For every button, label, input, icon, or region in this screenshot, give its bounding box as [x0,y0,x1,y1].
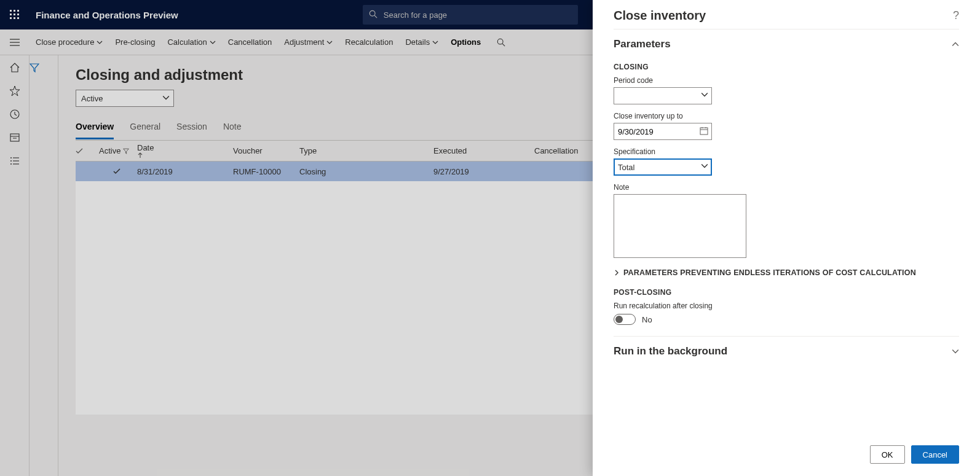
panel-title: Close inventory [614,9,706,23]
run-recalc-toggle[interactable] [614,314,636,325]
svg-rect-4 [14,14,15,15]
menu-cancellation[interactable]: Cancellation [222,29,279,55]
chevron-down-icon [701,162,708,170]
col-cancellation[interactable]: Cancellation [534,146,596,155]
col-voucher[interactable]: Voucher [233,146,299,155]
cell-type: Closing [299,167,433,176]
close-up-to-label: Close inventory up to [614,112,959,120]
cell-voucher: RUMF-10000 [233,167,299,176]
home-icon[interactable] [9,61,21,74]
svg-rect-0 [10,10,12,12]
filter-icon [123,148,129,154]
menu-close-procedure[interactable]: Close procedure [30,29,109,55]
col-label: Date [137,143,154,152]
section-label: Run in the background [614,345,727,357]
menu-calculation[interactable]: Calculation [161,29,221,55]
clock-icon[interactable] [9,108,21,120]
tab-overview[interactable]: Overview [76,118,114,139]
menu-recalculation[interactable]: Recalculation [339,29,399,55]
help-icon[interactable]: ? [953,9,959,22]
field-run-recalc: Run recalculation after closing No [614,302,959,325]
run-recalc-value: No [642,315,652,324]
chevron-up-icon [952,41,959,48]
chevron-down-icon [326,39,333,45]
menu-label: Adjustment [284,37,324,47]
specification-select[interactable]: Total [614,158,712,176]
cell-active [99,168,135,175]
waffle-icon[interactable] [0,0,30,29]
cell-executed: 9/27/2019 [433,167,534,176]
section-label: Parameters [614,38,671,50]
svg-point-22 [10,163,12,165]
period-code-label: Period code [614,76,959,85]
chevron-down-icon [432,39,438,45]
search-input[interactable] [363,5,578,25]
search-container [363,5,578,25]
post-closing-caption: POST-CLOSING [614,288,959,297]
col-active[interactable]: Active [99,146,135,155]
chevron-down-icon [97,39,103,45]
note-label: Note [614,183,959,192]
chevron-right-icon [614,270,620,276]
menu-adjustment[interactable]: Adjustment [278,29,339,55]
svg-rect-3 [10,14,12,15]
chevron-down-icon [952,348,959,355]
menu-label: Recalculation [345,37,393,47]
menu-label: Calculation [167,37,207,47]
panel-body: Parameters CLOSING Period code Close inv… [593,29,980,438]
menu-label: Pre-closing [115,37,155,47]
filter-icon[interactable] [30,63,58,72]
panel-header: Close inventory ? [593,0,980,29]
note-textarea[interactable] [614,194,746,258]
menu-details[interactable]: Details [399,29,445,55]
module-icon[interactable] [9,131,21,144]
calendar-icon[interactable] [700,127,708,135]
cancel-button[interactable]: Cancel [911,445,959,464]
view-filter-dropdown[interactable]: Active [76,90,174,107]
field-specification: Specification Total [614,147,959,176]
menu-label: Options [451,37,481,47]
field-close-up-to: Close inventory up to [614,112,959,140]
period-code-select[interactable] [614,87,712,104]
close-up-to-text[interactable] [618,123,698,139]
svg-rect-2 [17,10,19,12]
tab-general[interactable]: General [130,118,160,139]
section-parameters[interactable]: Parameters [614,29,959,57]
col-date[interactable]: Date [135,143,233,158]
svg-line-10 [374,15,377,18]
left-rail [0,55,30,476]
section-endless-iterations[interactable]: PARAMETERS PREVENTING ENDLESS ITERATIONS… [614,268,959,277]
star-icon[interactable] [9,85,21,97]
field-note: Note [614,183,959,260]
panel-footer: OK Cancel [593,438,980,476]
col-executed[interactable]: Executed [433,146,534,155]
search-icon [369,10,377,18]
nav-hamburger-icon[interactable] [0,29,30,55]
svg-point-14 [498,39,504,44]
specification-label: Specification [614,147,959,156]
svg-point-20 [10,157,12,158]
run-recalc-label: Run recalculation after closing [614,302,959,310]
chevron-down-icon [162,94,170,101]
specification-value: Total [618,163,634,172]
menu-pre-closing[interactable]: Pre-closing [109,29,161,55]
close-up-to-input[interactable] [614,123,712,140]
section-run-background[interactable]: Run in the background [614,336,959,364]
svg-rect-1 [14,10,15,12]
cell-date: 8/31/2019 [135,167,233,176]
endless-label: PARAMETERS PREVENTING ENDLESS ITERATIONS… [623,268,916,277]
tab-session[interactable]: Session [176,118,207,139]
action-search-icon[interactable] [491,29,512,55]
menu-label: Close procedure [36,37,94,47]
menu-options[interactable]: Options [445,29,487,55]
sort-asc-icon [137,152,233,158]
ok-button[interactable]: OK [870,445,905,464]
list-icon[interactable] [9,155,21,167]
tab-note[interactable]: Note [223,118,242,139]
col-select[interactable] [76,147,99,155]
app-title: Finance and Operations Preview [36,10,178,20]
side-panel: Close inventory ? Parameters CLOSING Per… [593,0,980,476]
col-type[interactable]: Type [299,146,433,155]
field-period-code: Period code [614,76,959,104]
chevron-down-icon [210,39,216,45]
